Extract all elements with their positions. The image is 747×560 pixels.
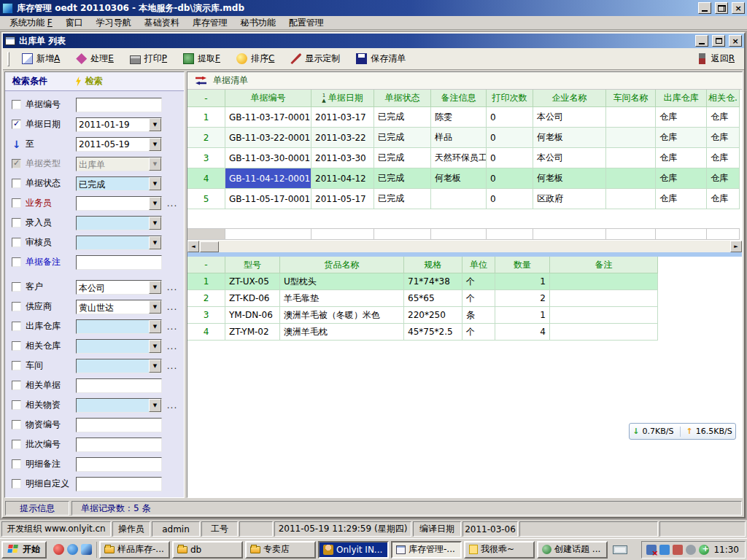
detail-table-cell[interactable]: 3 — [187, 307, 225, 324]
taskbar-button[interactable]: db — [172, 541, 243, 559]
doc-table-cell[interactable]: GB-11-03-30-0001 — [225, 148, 311, 168]
doc-table-cell[interactable] — [606, 168, 656, 189]
detail-table-cell[interactable]: 45*75*2.5 — [404, 324, 462, 341]
detail-column-header[interactable]: 单位 — [462, 257, 495, 273]
child-close-button[interactable]: × — [729, 35, 742, 47]
filter-combo[interactable]: ▼ — [76, 359, 162, 373]
doc-table-cell[interactable]: 仓库 — [656, 128, 707, 148]
more-button[interactable]: ... — [166, 341, 178, 351]
combo-arrow-icon[interactable]: ▼ — [149, 217, 161, 230]
horizontal-scrollbar[interactable]: ◄ ► — [187, 240, 742, 252]
filter-combo[interactable]: 出库单▼ — [76, 157, 162, 171]
toolbar-button[interactable]: 新增A — [15, 50, 66, 67]
filter-combo[interactable]: ▼ — [76, 398, 162, 413]
doc-column-header[interactable]: 打印次数 — [487, 90, 533, 107]
more-button[interactable]: ... — [166, 282, 178, 292]
combo-arrow-icon[interactable]: ▼ — [149, 320, 161, 333]
toolbar-button[interactable]: 返回R — [690, 50, 741, 67]
input-method-button[interactable] — [610, 542, 630, 558]
doc-column-header[interactable]: 出库仓库 — [656, 90, 707, 107]
detail-table-cell[interactable]: 220*250 — [404, 307, 462, 324]
child-maximize-button[interactable] — [712, 35, 725, 47]
detail-table-cell[interactable] — [550, 307, 658, 324]
doc-table-cell[interactable]: 2011-05-17 — [311, 189, 374, 209]
detail-table-cell[interactable]: 2 — [495, 290, 550, 307]
taskbar-button[interactable]: 创建话题 ... — [537, 541, 608, 559]
menu-item[interactable]: 秘书功能 — [234, 15, 282, 31]
taskbar-clock[interactable]: 11:30 — [712, 545, 740, 555]
filter-checkbox[interactable] — [12, 198, 21, 208]
net-disabled-icon[interactable] — [646, 545, 657, 555]
filter-checkbox[interactable] — [12, 302, 21, 311]
filter-text-input[interactable] — [76, 438, 162, 452]
combo-arrow-icon[interactable]: ▼ — [149, 236, 161, 249]
more-button[interactable]: ... — [166, 302, 178, 312]
doc-table-cell[interactable]: 何老板 — [431, 168, 487, 189]
filter-checkbox[interactable] — [12, 238, 21, 247]
filter-combo[interactable]: ▼ — [76, 196, 162, 211]
combo-arrow-icon[interactable]: ▼ — [149, 281, 161, 294]
filter-combo[interactable]: 本公司▼ — [76, 280, 162, 295]
doc-table-cell[interactable]: 仓库 — [656, 148, 707, 168]
filter-text-input[interactable] — [76, 378, 162, 393]
doc-column-header[interactable]: - — [187, 90, 225, 107]
detail-table-cell[interactable]: 1 — [495, 307, 550, 324]
filter-combo[interactable]: 2011-05-19▼ — [76, 137, 162, 152]
scroll-thumb[interactable] — [200, 241, 219, 252]
doc-table-row[interactable]: 4GB-11-04-12-00012011-04-12已完成何老板0何老板仓库仓… — [187, 168, 742, 189]
doc-table-cell[interactable]: 仓库 — [656, 189, 707, 209]
filter-checkbox[interactable] — [12, 361, 21, 370]
doc-table-cell[interactable]: 何老板 — [533, 168, 606, 189]
filter-checkbox[interactable] — [12, 479, 21, 489]
detail-table-cell[interactable]: 个 — [462, 290, 495, 307]
doc-table-cell[interactable] — [606, 189, 656, 209]
detail-table-cell[interactable]: 4 — [495, 324, 550, 341]
doc-table-cell[interactable]: 已完成 — [374, 148, 431, 168]
filter-checkbox[interactable] — [12, 381, 21, 390]
filter-checkbox[interactable] — [12, 120, 21, 129]
doc-table-row[interactable]: 1GB-11-03-17-00012011-03-17已完成陈雯0本公司仓库仓库 — [187, 107, 742, 128]
doc-table-cell[interactable]: 陈雯 — [431, 107, 487, 128]
doc-table-cell[interactable]: 本公司 — [533, 148, 606, 168]
doc-column-header[interactable]: 1▲单据日期 — [311, 90, 374, 107]
combo-arrow-icon[interactable]: ▼ — [149, 138, 161, 151]
taskbar-button[interactable]: 我很乖~ — [464, 541, 535, 559]
minimize-button[interactable] — [698, 2, 711, 14]
filter-checkbox[interactable] — [12, 100, 21, 109]
filter-combo[interactable]: ▼ — [76, 319, 162, 334]
lan-icon[interactable] — [659, 545, 670, 555]
doc-column-header[interactable]: 相关仓. — [707, 90, 740, 107]
doc-table-cell[interactable]: GB-11-05-17-0001 — [225, 189, 311, 209]
combo-arrow-icon[interactable]: ▼ — [149, 177, 161, 190]
doc-table-cell[interactable]: 已完成 — [374, 189, 431, 209]
filter-combo[interactable]: 2011-01-19▼ — [76, 117, 162, 132]
taskbar-button[interactable]: 专卖店 — [245, 541, 316, 559]
doc-table-cell[interactable]: 1 — [187, 107, 225, 128]
detail-table-cell[interactable]: 1 — [187, 273, 225, 290]
red-browser-icon[interactable] — [53, 544, 64, 555]
filter-checkbox[interactable] — [12, 322, 21, 331]
detail-table-row[interactable]: 1ZT-UX-05U型枕头71*74*38个1 — [187, 273, 742, 290]
doc-table-cell[interactable]: 已完成 — [374, 168, 431, 189]
doc-table-cell[interactable]: 0 — [487, 148, 533, 168]
doc-table-cell[interactable]: 何老板 — [533, 128, 606, 148]
doc-column-header[interactable]: 备注信息 — [431, 90, 487, 107]
doc-table-cell[interactable]: 2011-04-12 — [311, 168, 374, 189]
doc-table-cell[interactable]: 0 — [487, 128, 533, 148]
doc-table-cell[interactable] — [606, 148, 656, 168]
detail-table-cell[interactable]: 2 — [187, 290, 225, 307]
doc-table-cell[interactable]: 0 — [487, 168, 533, 189]
menu-item[interactable]: 基础资料 — [138, 15, 186, 31]
filter-combo[interactable]: ▼ — [76, 339, 162, 354]
filter-combo[interactable]: ▼ — [76, 236, 162, 250]
detail-table-row[interactable]: 3YM-DN-06澳洲羊毛被（冬暖）米色220*250条1 — [187, 307, 742, 324]
doc-column-header[interactable]: 车间名称 — [606, 90, 656, 107]
doc-table-cell[interactable] — [606, 128, 656, 148]
search-button[interactable]: 检索 — [75, 75, 103, 88]
toolbar-button[interactable]: 处理E — [69, 50, 120, 67]
combo-arrow-icon[interactable]: ▼ — [149, 118, 161, 131]
filter-checkbox[interactable] — [12, 341, 21, 351]
doc-table-cell[interactable]: 已完成 — [374, 128, 431, 148]
toolbar-grip[interactable] — [7, 52, 9, 66]
child-minimize-button[interactable] — [695, 35, 708, 47]
